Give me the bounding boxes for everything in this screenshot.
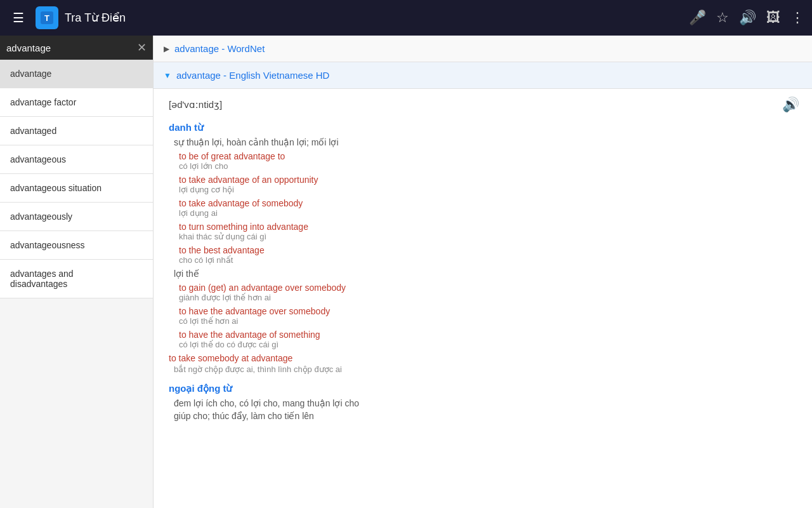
mic-icon[interactable]: 🎤	[689, 10, 706, 26]
example-en-2: to take advantage of an opportunity	[179, 175, 799, 185]
more-icon[interactable]: ⋮	[790, 10, 804, 26]
example-en-4: to turn something into advantage	[179, 222, 799, 232]
example-great-advantage: to be of great advantage to có lợi lớn c…	[179, 151, 799, 171]
sidebar-list: advantage advantage factor advantaged ad…	[0, 60, 153, 508]
dict-body: [əd'vɑːntidʒ] 🔊 danh từ sự thuận lợi, ho…	[154, 89, 812, 439]
image-icon[interactable]: 🖼	[766, 10, 780, 26]
sidebar-item-advantaged[interactable]: advantaged	[0, 117, 153, 145]
main-layout: ✕ advantage advantage factor advantaged …	[0, 36, 812, 508]
sidebar: ✕ advantage advantage factor advantaged …	[0, 36, 154, 508]
sidebar-item-advantage[interactable]: advantage	[0, 60, 153, 88]
example-turn: to turn something into advantage khai th…	[179, 222, 799, 241]
example-vi-7: có lợi thế hơn ai	[179, 316, 799, 326]
sidebar-item-advantageous[interactable]: advantageous	[0, 145, 153, 174]
sound-button[interactable]: 🔊	[782, 97, 799, 113]
clear-button[interactable]: ✕	[137, 41, 147, 55]
sidebar-item-advantageousness[interactable]: advantageousness	[0, 231, 153, 260]
sidebar-item-advantageously[interactable]: advantageously	[0, 203, 153, 231]
app-title: Tra Từ Điển	[65, 11, 683, 25]
volume-icon[interactable]: 🔊	[739, 10, 756, 26]
example-en-5: to the best advantage	[179, 245, 799, 255]
example-en-6: to gain (get) an advantage over somebody	[179, 283, 799, 293]
example-have-of: to have the advantage of something có lợ…	[179, 330, 799, 349]
example-en-7: to have the advantage over somebody	[179, 306, 799, 316]
envihd-arrow: ▼	[164, 71, 171, 80]
pos-label-noun: danh từ	[169, 122, 799, 133]
definition-2: lợi thế	[169, 269, 799, 279]
example-vi-3: lợi dụng ai	[179, 208, 799, 218]
example-best: to the best advantage cho có lợi nhất	[179, 245, 799, 265]
phrase-vi: bắt ngờ chộp được ai, thình lình chộp đư…	[174, 364, 799, 374]
example-vi-8: có lợi thế do có được cái gì	[179, 340, 799, 349]
example-vi-6: giành được lợi thế hơn ai	[179, 293, 799, 302]
example-vi-4: khai thác sử dụng cái gì	[179, 232, 799, 241]
menu-icon[interactable]: ☰	[8, 5, 29, 30]
pronunciation: [əd'vɑːntidʒ]	[169, 99, 222, 110]
svg-text:T: T	[44, 13, 49, 23]
definition-1: sự thuận lợi, hoàn cảnh thuận lợi; mối l…	[169, 137, 799, 147]
example-vi-1: có lợi lớn cho	[179, 161, 799, 171]
example-vi-2: lợi dụng cơ hội	[179, 185, 799, 194]
envihd-title: advantage - English Vietnamese HD	[176, 70, 330, 81]
top-icons: 🎤 ☆ 🔊 🖼 ⋮	[689, 10, 804, 26]
envihd-section-header[interactable]: ▼ advantage - English Vietnamese HD	[154, 62, 812, 89]
sidebar-item-advantageous-situation[interactable]: advantageous situation	[0, 174, 153, 203]
example-gain: to gain (get) an advantage over somebody…	[179, 283, 799, 302]
wordnet-title: advantage - WordNet	[174, 43, 265, 54]
app-icon: T	[36, 6, 58, 29]
wordnet-section-header[interactable]: ▶ advantage - WordNet	[154, 36, 812, 62]
wordnet-arrow: ▶	[164, 44, 169, 53]
example-en-8: to have the advantage of something	[179, 330, 799, 340]
content-area: ▶ advantage - WordNet ▼ advantage - Engl…	[154, 36, 812, 508]
search-box: ✕	[0, 36, 153, 60]
example-en-1: to be of great advantage to	[179, 151, 799, 161]
sidebar-item-advantages-and-disadvantages[interactable]: advantages anddisadvantages	[0, 260, 153, 298]
phrase-main: to take somebody at advantage	[169, 353, 799, 363]
definition-verb-2: giúp cho; thúc đẩy, làm cho tiến lên	[169, 411, 799, 421]
topbar: ☰ T Tra Từ Điển 🎤 ☆ 🔊 🖼 ⋮	[0, 0, 812, 36]
example-opportunity: to take advantage of an opportunity lợi …	[179, 175, 799, 194]
search-input[interactable]	[6, 43, 132, 53]
example-vi-5: cho có lợi nhất	[179, 255, 799, 265]
example-somebody: to take advantage of somebody lợi dụng a…	[179, 198, 799, 218]
pos-label-verb: ngoại động từ	[169, 383, 799, 394]
example-en-3: to take advantage of somebody	[179, 198, 799, 208]
sidebar-item-advantage-factor[interactable]: advantage factor	[0, 88, 153, 117]
example-have-over: to have the advantage over somebody có l…	[179, 306, 799, 326]
star-icon[interactable]: ☆	[716, 10, 729, 26]
definition-verb-1: đem lợi ích cho, có lợi cho, mang thuận …	[169, 398, 799, 408]
